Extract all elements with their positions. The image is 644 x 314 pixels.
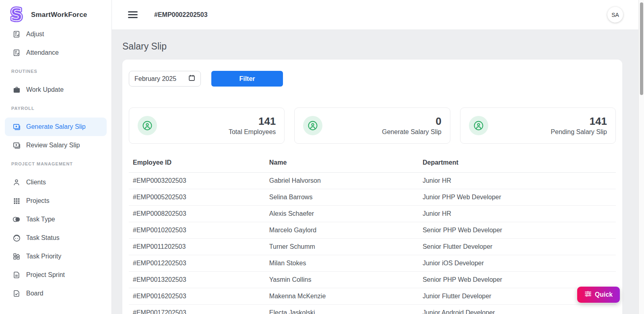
cell-name: Makenna McKenzie	[265, 288, 419, 305]
cell-department: Senior Flutter Developer	[419, 239, 616, 255]
salary-slip-icon	[12, 122, 21, 131]
sidebar-item-label: Work Update	[26, 86, 64, 93]
page-title: Salary Slip	[122, 41, 622, 52]
user-circle-icon	[303, 116, 322, 135]
table-row[interactable]: #EMP0011202503 Turner Schumm Senior Flut…	[129, 239, 616, 255]
filter-row: February 2025 Filter	[129, 71, 616, 87]
sidebar-item-label: Attendance	[26, 49, 59, 56]
sidebar-item-clients[interactable]: Clients	[0, 173, 111, 192]
sidebar-item-label: Projects	[26, 197, 50, 205]
sidebar-item-projects[interactable]: Projects	[0, 192, 111, 210]
stat-value: 0	[382, 116, 442, 128]
cell-department: Junior HR	[419, 206, 616, 222]
table-row[interactable]: #EMP0016202503 Makenna McKenzie Junior F…	[129, 288, 616, 305]
cell-employee-id: #EMP0008202503	[129, 206, 265, 222]
sidebar-item-label: Board	[26, 290, 43, 297]
sidebar-item-attendance[interactable]: Attendance	[0, 43, 111, 62]
stat-label: Generate Salary Slip	[382, 128, 442, 136]
cell-name: Alexis Schaefer	[265, 206, 419, 222]
briefcase-icon	[12, 85, 21, 94]
content-area: Salary Slip February 2025 Filter	[112, 29, 644, 314]
sidebar-section-payroll: PAYROLL	[0, 99, 111, 118]
cell-employee-id: #EMP0011202503	[129, 239, 265, 255]
cell-department: Junior PHP Web Developer	[419, 189, 616, 206]
user-avatar[interactable]: SA	[607, 7, 623, 23]
sidebar-item-label: Task Priority	[26, 253, 61, 260]
table-row[interactable]: #EMP0003202503 Gabriel Halvorson Junior …	[129, 173, 616, 189]
table-header-row: Employee ID Name Department	[129, 153, 616, 173]
brand[interactable]: S S SmartWorkForce	[0, 0, 111, 25]
column-header-employee-id: Employee ID	[129, 153, 265, 173]
top-bar: #EMP0002202503 SA	[112, 0, 644, 29]
sidebar-item-generate-salary-slip[interactable]: Generate Salary Slip	[5, 118, 107, 136]
cell-employee-id: #EMP0012202503	[129, 255, 265, 272]
grid-icon	[12, 196, 21, 205]
sidebar-item-label: Task Status	[26, 234, 60, 242]
quick-actions-button[interactable]: Quick	[577, 287, 620, 303]
widgets-icon	[12, 252, 21, 261]
filter-button[interactable]: Filter	[211, 71, 283, 87]
hamburger-menu-icon[interactable]	[128, 11, 138, 18]
cell-name: Gabriel Halvorson	[265, 173, 419, 189]
user-circle-icon	[138, 116, 157, 135]
stat-value: 141	[551, 116, 607, 128]
table-row[interactable]: #EMP0005202503 Selina Barrows Junior PHP…	[129, 189, 616, 206]
table-row[interactable]: #EMP0010202503 Marcelo Gaylord Senior PH…	[129, 222, 616, 239]
sidebar-item-label: Generate Salary Slip	[26, 123, 86, 130]
face-icon	[12, 233, 21, 242]
checklist-icon	[12, 48, 21, 57]
sidebar-item-work-update[interactable]: Work Update	[0, 81, 111, 99]
month-picker-input[interactable]: February 2025	[129, 71, 201, 87]
brand-name: SmartWorkForce	[31, 11, 87, 19]
sidebar-section-project-management: PROJECT MANAGEMENT	[0, 155, 111, 173]
sidebar: S S SmartWorkForce Adjust Attendance ROU…	[0, 0, 112, 314]
stat-value: 141	[229, 116, 276, 128]
document-icon	[12, 271, 21, 279]
column-header-department: Department	[419, 153, 616, 173]
cell-employee-id: #EMP0010202503	[129, 222, 265, 239]
stat-label: Pending Salary Slip	[551, 128, 607, 136]
table-row[interactable]: #EMP0013202503 Yasmin Collins Senior PHP…	[129, 272, 616, 288]
salary-slip-icon	[12, 141, 21, 150]
current-employee-id: #EMP0002202503	[154, 11, 208, 19]
cell-department: Senior PHP Web Developer	[419, 222, 616, 239]
sidebar-item-label: Task Type	[26, 216, 55, 223]
sidebar-item-task-priority[interactable]: Task Priority	[0, 247, 111, 266]
cell-employee-id: #EMP0016202503	[129, 288, 265, 305]
table-row[interactable]: #EMP0017202503 Electa Jaskolski Junior A…	[129, 305, 616, 314]
sidebar-item-label: Review Salary Slip	[26, 142, 80, 149]
sidebar-item-board[interactable]: Board	[0, 284, 111, 303]
cell-department: Junior iOS Developer	[419, 255, 616, 272]
cell-employee-id: #EMP0013202503	[129, 272, 265, 288]
cell-name: Electa Jaskolski	[265, 305, 419, 314]
page-scrollbar-thumb[interactable]	[640, 2, 643, 95]
sidebar-item-task-type[interactable]: Task Type	[0, 210, 111, 229]
page-scrollbar-track[interactable]	[638, 0, 644, 314]
sidebar-item-task-status[interactable]: Task Status	[0, 229, 111, 247]
cell-department: Senior PHP Web Developer	[419, 272, 616, 288]
calendar-icon	[188, 74, 195, 83]
cell-department: Junior HR	[419, 173, 616, 189]
cell-employee-id: #EMP0017202503	[129, 305, 265, 314]
cell-name: Yasmin Collins	[265, 272, 419, 288]
avatar-initials: SA	[611, 12, 619, 18]
stat-label: Total Employees	[229, 128, 276, 136]
sidebar-item-review-salary-slip[interactable]: Review Salary Slip	[0, 136, 111, 155]
salary-slip-card: February 2025 Filter 141 Total Employees	[122, 60, 622, 314]
stats-row: 141 Total Employees 0 Generate Salary Sl…	[129, 107, 616, 144]
stat-card-generate-salary-slip: 0 Generate Salary Slip	[294, 107, 450, 144]
cell-name: Milan Stokes	[265, 255, 419, 272]
quick-button-label: Quick	[595, 291, 613, 298]
month-picker-value: February 2025	[134, 75, 176, 83]
cell-name: Marcelo Gaylord	[265, 222, 419, 239]
stat-card-total-employees: 141 Total Employees	[129, 107, 285, 144]
cell-employee-id: #EMP0005202503	[129, 189, 265, 206]
user-circle-icon	[469, 116, 488, 135]
main-area: #EMP0002202503 SA Salary Slip February 2…	[112, 0, 644, 314]
cell-employee-id: #EMP0003202503	[129, 173, 265, 189]
table-row[interactable]: #EMP0008202503 Alexis Schaefer Junior HR	[129, 206, 616, 222]
sidebar-item-adjust[interactable]: Adjust	[0, 25, 111, 43]
table-row[interactable]: #EMP0012202503 Milan Stokes Junior iOS D…	[129, 255, 616, 272]
sidebar-item-project-sprint[interactable]: Project Sprint	[0, 266, 111, 284]
sidebar-item-label: Adjust	[26, 31, 44, 38]
